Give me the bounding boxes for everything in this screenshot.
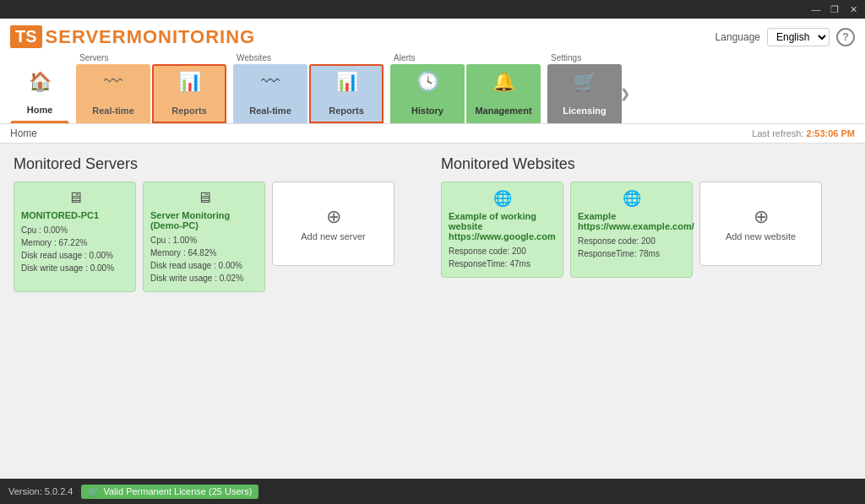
websites-group-label: Websites xyxy=(233,53,384,62)
alerts-group-label: Alerts xyxy=(390,53,541,62)
alerts-history-label: History xyxy=(411,106,443,117)
server-stats-1: Cpu : 0.00% Memory : 67.22% Disk read us… xyxy=(21,224,128,274)
servers-rt-icon: 〰 xyxy=(104,73,122,91)
websites-rt-icon: 〰 xyxy=(261,73,280,91)
servers-section: Monitored Servers 🖥 MONITORED-PC1 Cpu : … xyxy=(14,155,424,492)
nav-group-servers: Servers 〰 Real-time 📊 Reports xyxy=(76,53,226,123)
websites-section: Monitored Websites 🌐 Example of working … xyxy=(441,155,851,492)
server-stats-2: Cpu : 1.00% Memory : 64.82% Disk read us… xyxy=(150,234,258,285)
help-button[interactable]: ? xyxy=(836,28,855,46)
servers-group-label: Servers xyxy=(76,53,226,62)
disk-read-stat-2: Disk read usage : 0.00% xyxy=(150,259,258,272)
restore-button[interactable]: ❐ xyxy=(826,1,843,18)
response-code-2: Response code: 200 xyxy=(578,235,685,247)
add-website-icon: ⊕ xyxy=(753,206,769,228)
home-icon: 🏠 xyxy=(29,73,52,91)
add-server-label: Add new server xyxy=(301,231,365,241)
main-content: Monitored Servers 🖥 MONITORED-PC1 Cpu : … xyxy=(0,144,865,504)
nav-chevron[interactable]: ❯ xyxy=(620,87,630,100)
servers-rt-label: Real-time xyxy=(92,106,134,117)
minimize-button[interactable]: — xyxy=(808,1,824,18)
server-icon-1: 🖥 xyxy=(21,189,128,207)
server-card-1[interactable]: 🖥 MONITORED-PC1 Cpu : 0.00% Memory : 67.… xyxy=(14,182,136,292)
nav-item-servers-reports[interactable]: 📊 Reports xyxy=(152,64,226,123)
refresh-info: Last refresh: 2:53:06 PM xyxy=(752,128,855,138)
servers-section-title: Monitored Servers xyxy=(14,155,424,173)
add-website-card[interactable]: ⊕ Add new website xyxy=(699,182,822,266)
status-bar: Version: 5.0.2.4 🛒 Valid Permanent Licen… xyxy=(0,479,865,504)
server-icon-2: 🖥 xyxy=(150,189,258,207)
server-card-2[interactable]: 🖥 Server Monitoring (Demo-PC) Cpu : 1.00… xyxy=(143,182,265,292)
nav-item-home[interactable]: 🏠 Home xyxy=(10,64,69,123)
breadcrumb-bar: Home Last refresh: 2:53:06 PM xyxy=(0,124,865,144)
cart-status-icon: 🛒 xyxy=(88,486,100,497)
response-time-1: ResponseTime: 47ms xyxy=(449,257,556,270)
language-label: Language xyxy=(715,31,760,43)
memory-stat-2: Memory : 64.82% xyxy=(150,247,258,259)
logo-monitoring: MONITORING xyxy=(127,26,256,47)
history-icon: 🕓 xyxy=(416,73,439,91)
server-name-1: MONITORED-PC1 xyxy=(21,210,128,220)
license-badge: 🛒 Valid Permanent License (25 Users) xyxy=(81,485,258,499)
website-card-1[interactable]: 🌐 Example of working website https://www… xyxy=(441,182,563,278)
nav-item-alerts-history[interactable]: 🕓 History xyxy=(390,64,465,123)
website-icon-1: 🌐 xyxy=(449,189,556,208)
logo-text: SERVERMONITORING xyxy=(46,26,256,48)
license-text: Valid Permanent License (25 Users) xyxy=(103,486,252,496)
settings-group-label: Settings xyxy=(547,53,622,62)
nav-group-settings: Settings 🛒 Licensing ❯ xyxy=(547,53,622,123)
websites-cards-grid: 🌐 Example of working website https://www… xyxy=(441,182,851,278)
servers-reports-label: Reports xyxy=(171,106,207,117)
settings-lic-label: Licensing xyxy=(563,106,606,117)
header: TS SERVERMONITORING Language English ? 🏠… xyxy=(0,19,865,124)
memory-stat-1: Memory : 67.22% xyxy=(21,236,128,249)
nav-item-alerts-management[interactable]: 🔔 Management xyxy=(466,64,541,123)
cart-icon: 🛒 xyxy=(574,73,596,91)
servers-cards-grid: 🖥 MONITORED-PC1 Cpu : 0.00% Memory : 67.… xyxy=(14,182,424,292)
websites-reports-icon: 📊 xyxy=(335,73,358,91)
alerts-mgmt-label: Management xyxy=(475,106,531,117)
logo-ts: TS xyxy=(10,25,42,48)
version-text: Version: 5.0.2.4 xyxy=(8,486,73,496)
refresh-label: Last refresh: xyxy=(752,128,803,138)
title-bar: — ❐ ✕ xyxy=(0,0,865,19)
nav-item-settings-licensing[interactable]: 🛒 Licensing xyxy=(547,64,622,123)
cpu-stat-2: Cpu : 1.00% xyxy=(150,234,258,247)
language-select[interactable]: English xyxy=(767,28,830,46)
website-card-2[interactable]: 🌐 Example https://www.example.com/ Respo… xyxy=(570,182,693,278)
servers-reports-icon: 📊 xyxy=(178,73,201,91)
nav-group-websites: Websites 〰 Real-time 📊 Reports xyxy=(233,53,384,123)
close-button[interactable]: ✕ xyxy=(845,1,862,18)
website-stats-2: Response code: 200 ResponseTime: 78ms xyxy=(578,235,685,260)
breadcrumb: Home xyxy=(10,127,37,139)
nav-item-servers-realtime[interactable]: 〰 Real-time xyxy=(76,64,150,123)
websites-reports-label: Reports xyxy=(329,106,364,117)
website-name-1: Example of working website https://www.g… xyxy=(449,211,556,241)
website-stats-1: Response code: 200 ResponseTime: 47ms xyxy=(449,245,556,270)
disk-write-stat-1: Disk write usage : 0.00% xyxy=(21,262,128,274)
add-server-icon: ⊕ xyxy=(326,206,341,228)
logo: TS SERVERMONITORING xyxy=(10,25,255,48)
disk-read-stat-1: Disk read usage : 0.00% xyxy=(21,249,128,262)
add-server-card[interactable]: ⊕ Add new server xyxy=(272,182,394,266)
nav-item-websites-reports[interactable]: 📊 Reports xyxy=(309,64,384,123)
nav-bar: 🏠 Home Servers 〰 Real-time 📊 Reports Web… xyxy=(10,53,855,123)
websites-section-title: Monitored Websites xyxy=(441,155,851,173)
header-right: Language English ? xyxy=(715,28,855,46)
website-name-2: Example https://www.example.com/ xyxy=(578,211,685,231)
server-name-2: Server Monitoring (Demo-PC) xyxy=(150,210,258,230)
refresh-time: 2:53:06 PM xyxy=(807,128,855,138)
disk-write-stat-2: Disk write usage : 0.02% xyxy=(150,272,258,285)
bell-icon: 🔔 xyxy=(492,73,515,91)
response-time-2: ResponseTime: 78ms xyxy=(578,247,685,260)
cpu-stat-1: Cpu : 0.00% xyxy=(21,224,128,236)
nav-item-websites-realtime[interactable]: 〰 Real-time xyxy=(233,64,307,123)
response-code-1: Response code: 200 xyxy=(449,245,556,257)
add-website-label: Add new website xyxy=(726,231,796,241)
website-icon-2: 🌐 xyxy=(578,189,685,208)
logo-server: SERVER xyxy=(46,26,127,47)
websites-rt-label: Real-time xyxy=(249,106,291,117)
home-label: Home xyxy=(27,105,53,116)
nav-group-alerts: Alerts 🕓 History 🔔 Management xyxy=(390,53,541,123)
